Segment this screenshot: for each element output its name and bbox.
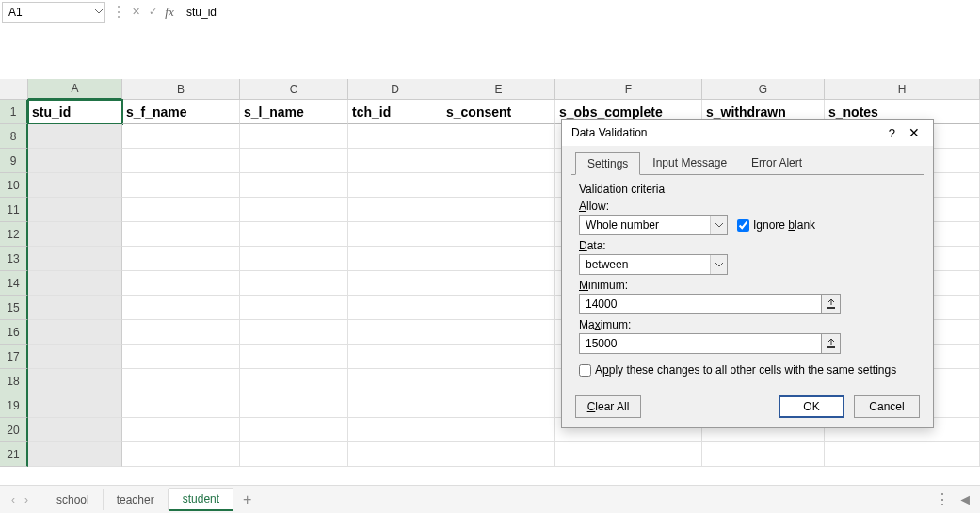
dialog-titlebar[interactable]: Data Validation ? ✕ <box>562 120 933 146</box>
cancel-button[interactable]: Cancel <box>854 395 920 418</box>
cell-C8[interactable] <box>240 124 348 149</box>
cell-D12[interactable] <box>348 222 442 247</box>
maximum-input[interactable] <box>579 333 822 354</box>
cell-B11[interactable] <box>122 198 240 222</box>
cell-C20[interactable] <box>240 418 348 442</box>
cell-C19[interactable] <box>240 393 348 418</box>
cell-E1[interactable]: s_consent <box>442 100 555 124</box>
cell-D18[interactable] <box>348 369 442 393</box>
col-header-G[interactable]: G <box>702 79 825 100</box>
range-picker-icon[interactable] <box>822 294 841 314</box>
cell-A1[interactable]: stu_id <box>28 100 122 124</box>
ok-button[interactable]: OK <box>779 395 844 418</box>
cell-A15[interactable] <box>28 296 122 320</box>
row-header[interactable]: 15 <box>0 296 28 320</box>
cell-C12[interactable] <box>240 222 348 247</box>
row-header[interactable]: 20 <box>0 418 28 442</box>
row-header[interactable]: 12 <box>0 222 28 247</box>
dialog-tab-input-message[interactable]: Input Message <box>640 152 739 174</box>
cell-B12[interactable] <box>122 222 240 247</box>
cell-E20[interactable] <box>442 418 555 442</box>
cell-B1[interactable]: s_f_name <box>122 100 240 124</box>
dialog-tab-settings[interactable]: Settings <box>575 152 640 175</box>
row-header[interactable]: 13 <box>0 247 28 271</box>
cell-A14[interactable] <box>28 271 122 296</box>
row-header[interactable]: 10 <box>0 173 28 198</box>
cell-D16[interactable] <box>348 320 442 345</box>
col-header-C[interactable]: C <box>240 79 348 100</box>
row-header[interactable]: 17 <box>0 345 28 369</box>
cell-B21[interactable] <box>122 442 240 467</box>
cell-D17[interactable] <box>348 345 442 369</box>
vertical-dots-icon[interactable]: ⋮ <box>935 490 950 508</box>
cell-E17[interactable] <box>442 345 555 369</box>
col-header-H[interactable]: H <box>825 79 980 100</box>
cell-C10[interactable] <box>240 173 348 198</box>
cell-A17[interactable] <box>28 345 122 369</box>
cell-E9[interactable] <box>442 149 555 173</box>
cell-B16[interactable] <box>122 320 240 345</box>
cancel-icon[interactable]: ✕ <box>128 4 143 21</box>
cell-A18[interactable] <box>28 369 122 393</box>
cell-C14[interactable] <box>240 271 348 296</box>
ignore-blank-checkbox[interactable]: Ignore blank <box>737 218 815 232</box>
cell-G21[interactable] <box>702 442 825 467</box>
cell-C15[interactable] <box>240 296 348 320</box>
name-box-dropdown[interactable] <box>93 9 104 14</box>
fx-icon[interactable]: fx <box>162 4 177 21</box>
row-header[interactable]: 19 <box>0 393 28 418</box>
col-header-D[interactable]: D <box>348 79 442 100</box>
cell-C16[interactable] <box>240 320 348 345</box>
col-header-F[interactable]: F <box>555 79 702 100</box>
row-header[interactable]: 8 <box>0 124 28 149</box>
dialog-tab-error-alert[interactable]: Error Alert <box>739 152 814 174</box>
cell-B14[interactable] <box>122 271 240 296</box>
add-sheet-button[interactable]: + <box>233 488 261 512</box>
cell-C1[interactable]: s_l_name <box>240 100 348 124</box>
cell-H21[interactable] <box>825 442 980 467</box>
cell-C9[interactable] <box>240 149 348 173</box>
cell-D15[interactable] <box>348 296 442 320</box>
cell-A20[interactable] <box>28 418 122 442</box>
row-header[interactable]: 14 <box>0 271 28 296</box>
apply-changes-checkbox[interactable]: Apply these changes to all other cells w… <box>579 363 916 377</box>
cell-B8[interactable] <box>122 124 240 149</box>
cell-A16[interactable] <box>28 320 122 345</box>
cell-A12[interactable] <box>28 222 122 247</box>
cell-A11[interactable] <box>28 198 122 222</box>
cell-C18[interactable] <box>240 369 348 393</box>
data-select[interactable]: between <box>579 254 728 275</box>
minimum-input[interactable] <box>579 294 822 314</box>
cell-C17[interactable] <box>240 345 348 369</box>
cell-A13[interactable] <box>28 247 122 271</box>
cell-B18[interactable] <box>122 369 240 393</box>
row-header[interactable]: 16 <box>0 320 28 345</box>
row-header[interactable]: 18 <box>0 369 28 393</box>
cell-D8[interactable] <box>348 124 442 149</box>
cell-D21[interactable] <box>348 442 442 467</box>
range-picker-icon[interactable] <box>822 333 841 354</box>
ignore-blank-input[interactable] <box>737 219 749 232</box>
cell-C11[interactable] <box>240 198 348 222</box>
cell-E15[interactable] <box>442 296 555 320</box>
cell-D20[interactable] <box>348 418 442 442</box>
row-header[interactable]: 21 <box>0 442 28 467</box>
cell-E8[interactable] <box>442 124 555 149</box>
cell-B19[interactable] <box>122 393 240 418</box>
cell-B10[interactable] <box>122 173 240 198</box>
row-header[interactable]: 11 <box>0 198 28 222</box>
sheet-tab-school[interactable]: school <box>43 489 104 510</box>
cell-B17[interactable] <box>122 345 240 369</box>
cell-B9[interactable] <box>122 149 240 173</box>
allow-select[interactable]: Whole number <box>579 215 728 235</box>
cell-E14[interactable] <box>442 271 555 296</box>
enter-icon[interactable]: ✓ <box>145 4 160 21</box>
cell-E13[interactable] <box>442 247 555 271</box>
cell-D14[interactable] <box>348 271 442 296</box>
cell-B20[interactable] <box>122 418 240 442</box>
cell-A10[interactable] <box>28 173 122 198</box>
cell-E21[interactable] <box>442 442 555 467</box>
help-icon[interactable]: ? <box>889 126 895 140</box>
sheet-nav-next[interactable]: › <box>21 493 32 506</box>
cell-D9[interactable] <box>348 149 442 173</box>
